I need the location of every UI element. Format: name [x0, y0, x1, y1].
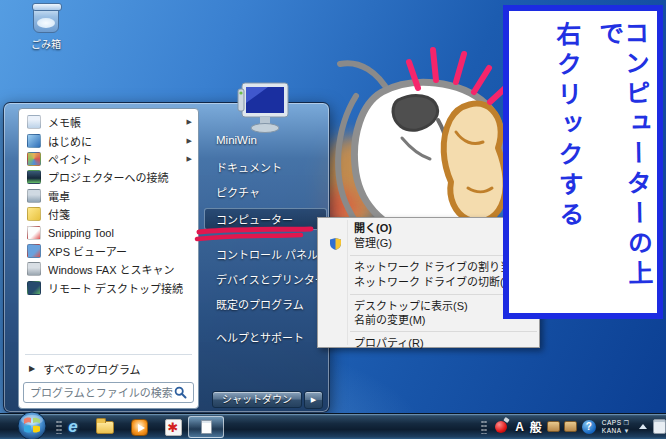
internet-explorer-icon: e: [68, 419, 77, 435]
program-item-remote-desktop[interactable]: リモート デスクトップ接続: [19, 279, 198, 297]
recycle-bin-icon[interactable]: [33, 5, 59, 33]
place-item-pictures[interactable]: ピクチャ: [216, 184, 260, 200]
taskbar-grip: [56, 420, 62, 434]
program-item-xps-viewer[interactable]: XPS ビューアー: [19, 242, 198, 260]
search-icon: [174, 386, 187, 399]
caps-icon: ❐: [624, 419, 630, 427]
fax-scan-icon: [27, 262, 41, 276]
all-programs-arrow-icon: ▶: [29, 364, 35, 373]
program-item-projector[interactable]: プロジェクターへの接続: [19, 168, 198, 186]
place-item-documents[interactable]: ドキュメント: [216, 159, 282, 175]
start-menu-programs-panel: メモ帳▶ はじめに▶ ペイント▶ プロジェクターへの接続 電卓 付箋 Snipp…: [18, 108, 199, 409]
program-item-sticky-notes[interactable]: 付箋: [19, 205, 198, 223]
tray-app-icon[interactable]: [495, 421, 507, 433]
start-button[interactable]: [12, 411, 52, 439]
place-item-control-panel[interactable]: コントロール パネル: [216, 246, 318, 262]
start-menu: メモ帳▶ はじめに▶ ペイント▶ プロジェクターへの接続 電卓 付箋 Snipp…: [3, 102, 330, 413]
ime-conversion-mode[interactable]: 般: [530, 418, 542, 435]
notification-area: A 般 ? CAPS❐ KANA▼: [481, 414, 666, 439]
annotation-banner: コンピューターの上で 右クリックする: [503, 5, 663, 319]
submenu-arrow-icon: ▶: [187, 137, 192, 145]
annotation-line-2: 右クリックする: [554, 21, 584, 307]
search-input[interactable]: [30, 387, 174, 399]
folder-icon: [96, 421, 114, 434]
context-item-properties[interactable]: プロパティ(R): [318, 336, 539, 351]
place-item-help-support[interactable]: ヘルプとサポート: [216, 329, 304, 345]
program-item-getting-started[interactable]: はじめに▶: [19, 131, 198, 149]
place-item-devices-printers[interactable]: デバイスとプリンター: [216, 271, 326, 287]
red-star-icon: ✱: [165, 419, 182, 436]
shutdown-options-arrow[interactable]: ▶: [304, 391, 323, 409]
computer-tile-icon: [234, 81, 294, 137]
paint-app-button[interactable]: ✱: [163, 418, 183, 436]
ime-input-mode[interactable]: A: [515, 420, 524, 434]
ime-key-lock-indicator[interactable]: CAPS❐ KANA▼: [602, 419, 630, 435]
paint-icon: [27, 152, 41, 166]
place-item-default-programs[interactable]: 既定のプログラム: [216, 296, 304, 312]
kana-caret-icon: ▼: [624, 427, 630, 435]
place-item-computer[interactable]: コンピューター: [216, 211, 293, 227]
recycle-bin[interactable]: ごみ箱: [14, 5, 78, 51]
program-item-paint[interactable]: ペイント▶: [19, 150, 198, 168]
projector-icon: [27, 170, 41, 184]
uac-shield-icon: [330, 238, 341, 250]
program-item-notepad[interactable]: メモ帳▶: [19, 113, 198, 131]
program-item-fax-scan[interactable]: Windows FAX とスキャン: [19, 260, 198, 278]
notepad-icon: [27, 115, 41, 129]
remote-desktop-icon: [27, 281, 41, 295]
search-box[interactable]: [23, 382, 194, 403]
submenu-arrow-icon: ▶: [187, 155, 192, 163]
calculator-icon: [27, 189, 41, 203]
program-item-snipping-tool[interactable]: Snipping Tool: [19, 223, 198, 241]
recycle-bin-label: ごみ箱: [14, 36, 78, 51]
ime-toolbox-icon[interactable]: [564, 421, 577, 432]
annotation-banner-text: コンピューターの上で 右クリックする: [514, 16, 651, 308]
xps-viewer-icon: [27, 244, 41, 258]
document-icon: [201, 420, 212, 434]
start-menu-places-panel: MiniWin ドキュメント ピクチャ コンピューター コントロール パネル デ…: [200, 103, 331, 412]
active-window-button[interactable]: [188, 416, 224, 438]
ime-help-icon[interactable]: ?: [582, 420, 596, 434]
internet-explorer-button[interactable]: e: [63, 418, 83, 436]
all-programs-item[interactable]: ▶ すべてのプログラム: [19, 359, 198, 378]
submenu-arrow-icon: ▶: [187, 118, 192, 126]
all-programs-label: すべてのプログラム: [43, 361, 140, 377]
program-item-calculator[interactable]: 電卓: [19, 187, 198, 205]
sticky-note-icon: [27, 207, 41, 221]
show-hidden-icons-button[interactable]: [639, 424, 647, 429]
menu-separator: [350, 331, 537, 332]
media-player-button[interactable]: [129, 418, 149, 436]
annotation-line-1: コンピューターの上で: [597, 20, 652, 307]
ime-tools-icon[interactable]: [547, 421, 560, 432]
explorer-button[interactable]: [95, 418, 115, 436]
getting-started-icon: [27, 134, 41, 148]
action-center-icon[interactable]: [653, 419, 666, 434]
media-player-icon: [131, 419, 148, 436]
menu-divider: [25, 354, 192, 355]
shutdown-control: シャットダウン ▶: [212, 391, 323, 409]
shutdown-button[interactable]: シャットダウン: [212, 391, 302, 408]
taskbar-grip: [481, 420, 487, 434]
snipping-tool-icon: [27, 226, 41, 240]
taskbar: e ✱ A 般 ? CAPS❐ KANA▼: [0, 413, 666, 439]
